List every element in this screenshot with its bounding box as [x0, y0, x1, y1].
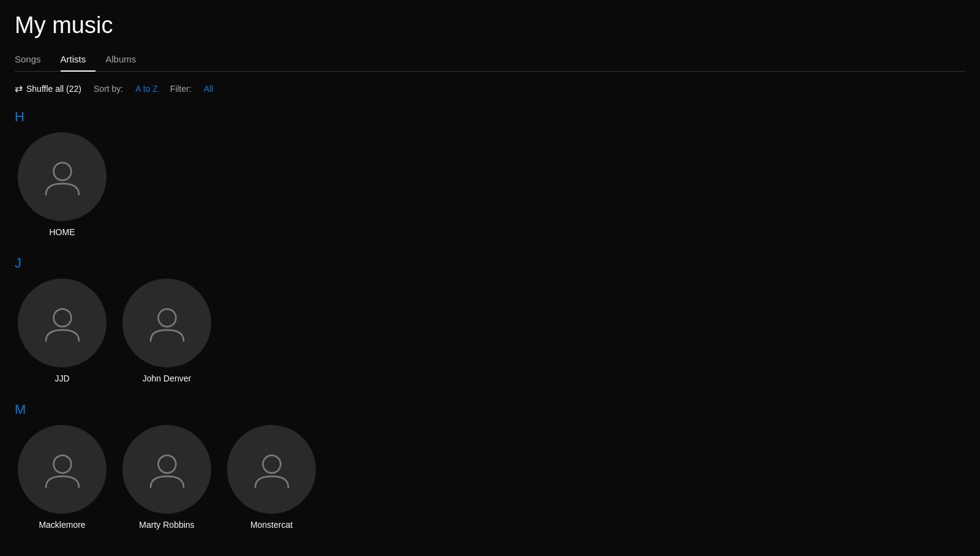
artist-item-monstercat[interactable]: Monstercat	[224, 425, 319, 530]
person-icon	[250, 448, 294, 492]
section-letter-m: M	[15, 402, 965, 418]
tab-songs[interactable]: Songs	[15, 49, 51, 72]
section-letter-h: H	[15, 109, 965, 125]
artist-name-macklemore: Macklemore	[39, 520, 85, 530]
filter-value[interactable]: All	[204, 84, 214, 94]
person-icon	[40, 448, 84, 492]
artists-row-j: JJD John Denver	[15, 279, 965, 383]
svg-point-5	[263, 455, 280, 473]
artist-item-marty-robbins[interactable]: Marty Robbins	[119, 425, 214, 530]
artist-avatar-john-denver	[122, 279, 211, 367]
artist-item-home[interactable]: HOME	[15, 132, 110, 237]
svg-point-4	[158, 455, 176, 473]
artist-item-macklemore[interactable]: Macklemore	[15, 425, 110, 530]
artist-name-home: HOME	[50, 227, 75, 237]
svg-point-1	[53, 309, 71, 326]
person-icon	[145, 448, 189, 492]
shuffle-label: Shuffle all (22)	[26, 84, 81, 94]
tabs-bar: Songs Artists Albums	[15, 48, 965, 72]
sort-label: Sort by:	[94, 84, 123, 94]
filter-label: Filter:	[170, 84, 192, 94]
artist-item-jjd[interactable]: JJD	[15, 279, 110, 383]
artist-name-marty-robbins: Marty Robbins	[139, 520, 194, 530]
section-m: M Macklemore Marty Robbins	[15, 402, 965, 530]
artists-row-m: Macklemore Marty Robbins	[15, 425, 965, 530]
artist-avatar-home	[18, 132, 107, 221]
svg-point-2	[158, 309, 176, 326]
person-icon	[40, 301, 84, 345]
page-container: My music Songs Artists Albums ⇄ Shuffle …	[0, 0, 980, 556]
section-h: H HOME	[15, 109, 965, 237]
sort-value[interactable]: A to Z	[135, 84, 158, 94]
artist-avatar-monstercat	[227, 425, 316, 514]
shuffle-button[interactable]: ⇄ Shuffle all (22)	[15, 83, 81, 94]
shuffle-icon: ⇄	[15, 83, 23, 94]
artist-avatar-jjd	[18, 279, 107, 367]
toolbar: ⇄ Shuffle all (22) Sort by: A to Z Filte…	[15, 83, 965, 94]
person-icon	[40, 155, 84, 199]
artist-name-john-denver: John Denver	[143, 374, 191, 383]
artist-avatar-marty-robbins	[122, 425, 211, 514]
artist-avatar-macklemore	[18, 425, 107, 514]
tab-artists[interactable]: Artists	[61, 49, 96, 72]
page-title: My music	[15, 12, 965, 39]
section-letter-j: J	[15, 255, 965, 271]
artist-name-monstercat: Monstercat	[250, 520, 293, 530]
svg-point-0	[53, 162, 71, 180]
artist-name-jjd: JJD	[54, 374, 69, 383]
svg-point-3	[53, 455, 71, 473]
artist-item-john-denver[interactable]: John Denver	[119, 279, 214, 383]
artists-row-h: HOME	[15, 132, 965, 237]
tab-albums[interactable]: Albums	[105, 49, 146, 72]
person-icon	[145, 301, 189, 345]
section-j: J JJD John Denver	[15, 255, 965, 383]
